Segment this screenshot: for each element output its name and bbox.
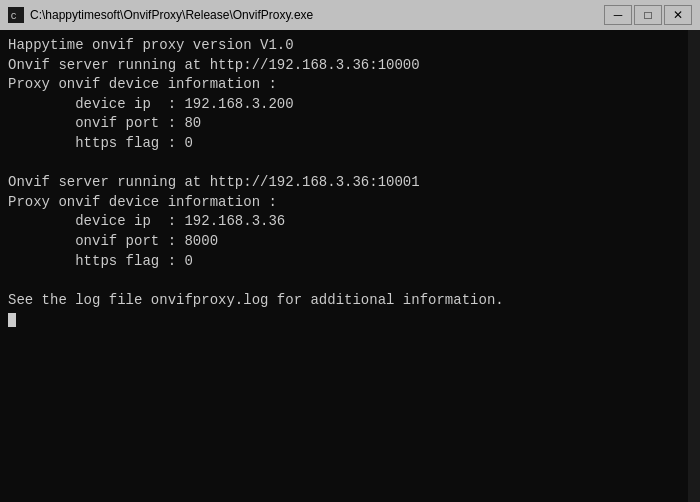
- console-output: Happytime onvif proxy version V1.0 Onvif…: [8, 36, 692, 330]
- close-button[interactable]: ✕: [664, 5, 692, 25]
- minimize-button[interactable]: ─: [604, 5, 632, 25]
- title-bar: C C:\happytimesoft\OnvifProxy\Release\On…: [0, 0, 700, 30]
- maximize-button[interactable]: □: [634, 5, 662, 25]
- scrollbar[interactable]: [688, 30, 700, 502]
- cmd-icon: C: [8, 7, 24, 23]
- svg-text:C: C: [11, 11, 17, 22]
- window: C C:\happytimesoft\OnvifProxy\Release\On…: [0, 0, 700, 502]
- window-controls: ─ □ ✕: [604, 5, 692, 25]
- console-area: Happytime onvif proxy version V1.0 Onvif…: [0, 30, 700, 502]
- cursor: [8, 313, 16, 327]
- window-title: C:\happytimesoft\OnvifProxy\Release\Onvi…: [30, 8, 604, 22]
